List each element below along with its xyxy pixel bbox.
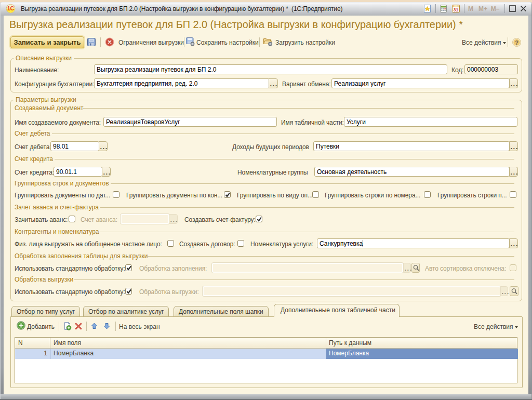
svg-text:31: 31 [454,7,459,12]
svg-text:?: ? [515,39,518,46]
svg-text:1С: 1С [7,5,15,11]
